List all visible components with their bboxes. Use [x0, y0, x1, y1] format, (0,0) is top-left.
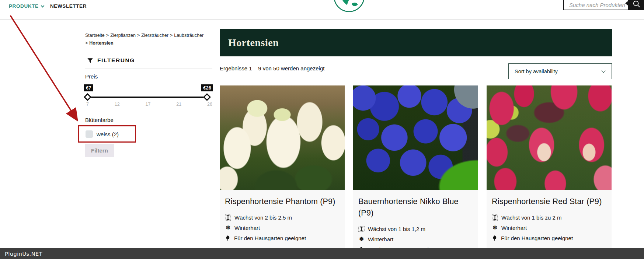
divider	[85, 113, 212, 113]
weiss-checkbox[interactable]	[86, 130, 93, 138]
top-navigation-bar: PRODUKTE NEWSLETTER	[0, 0, 644, 20]
hardy-text: Winterhart	[501, 225, 527, 231]
breadcrumb: Startseite>Zierpflanzen>Ziersträucher>La…	[85, 32, 225, 47]
garden-icon	[225, 235, 231, 241]
snowflake-icon: ❄	[492, 224, 498, 231]
page-title: Hortensien	[228, 37, 279, 49]
divider	[85, 69, 212, 69]
breadcrumb-current: Hortensien	[89, 41, 113, 46]
height-text: Wächst von 1 bis zu 2 m	[501, 214, 561, 221]
slider-track[interactable]	[88, 97, 208, 98]
weiss-checkbox-label[interactable]: weiss (2)	[97, 131, 119, 137]
nav-item-newsletter[interactable]: NEWSLETTER	[50, 3, 87, 9]
breadcrumb-separator: >	[170, 33, 173, 38]
breadcrumb-separator: >	[85, 41, 88, 46]
breadcrumb-startseite[interactable]: Startseite	[85, 33, 105, 38]
nav-newsletter-label: NEWSLETTER	[50, 3, 87, 9]
category-banner: Hortensien	[220, 29, 612, 56]
page: PRODUKTE NEWSLETTER	[0, 0, 644, 259]
tick-label: 12	[115, 102, 120, 107]
chevron-down-icon	[41, 4, 44, 7]
funnel-icon	[87, 57, 93, 64]
product-image-red-star[interactable]	[487, 85, 612, 190]
color-filter-label: Blütenfarbe	[85, 117, 114, 123]
detail-row-hardy: ❄ Winterhart	[492, 223, 606, 233]
sort-dropdown-value: Sort by availability	[515, 69, 558, 74]
globe-icon	[333, 0, 365, 13]
breadcrumb-separator: >	[106, 33, 109, 38]
price-filter-label: Preis	[85, 73, 98, 80]
slider-handle-max[interactable]	[203, 93, 211, 101]
product-card-phantom[interactable]: Rispenhortensie Phantom (P9) Wächst von …	[220, 85, 345, 259]
detail-row-height: Wächst von 1 bis 1,2 m	[358, 224, 473, 234]
chevron-down-icon	[601, 69, 605, 73]
breadcrumb-separator: >	[137, 33, 140, 38]
color-option-weiss: weiss (2)	[86, 130, 119, 138]
height-icon	[358, 226, 365, 232]
filter-submit-button[interactable]: Filtern	[85, 144, 114, 157]
breadcrumb-laubstraeucher[interactable]: Laubsträucher	[174, 33, 203, 38]
extra-text: Für den Hausgarten geeignet	[501, 235, 573, 241]
price-range-slider: €7 €26 7 12 17 21 26	[85, 84, 212, 108]
search-input[interactable]	[563, 0, 629, 10]
extra-text: Für den Hausgarten geeignet	[234, 235, 306, 241]
sort-dropdown[interactable]: Sort by availability	[508, 63, 612, 79]
filter-section-header: FILTERUNG	[87, 57, 135, 64]
filter-title: FILTERUNG	[97, 57, 135, 64]
breadcrumb-zierstraeucher[interactable]: Ziersträucher	[141, 33, 168, 38]
garden-icon	[492, 235, 498, 241]
results-count-text: Ergebnisse 1 – 9 von 50 werden angezeigt	[220, 65, 324, 71]
slider-tick-labels: 7 12 17 21 26	[86, 102, 212, 107]
tick-label: 26	[207, 102, 212, 107]
detail-row-hardy: ❄ Winterhart	[358, 234, 473, 244]
nav-produkte-label: PRODUKTE	[9, 3, 39, 9]
detail-row-height: Wächst von 2 bis 2,5 m	[225, 212, 340, 223]
snowflake-icon: ❄	[225, 224, 231, 231]
tick-label: 17	[146, 102, 151, 107]
watermark-text: PluginUs.NET	[5, 251, 42, 257]
product-card-nikko-blue[interactable]: Bauernhortensie Nikko Blue (P9) Wächst v…	[353, 85, 478, 259]
snowflake-icon: ❄	[358, 236, 365, 242]
product-title[interactable]: Bauernhortensie Nikko Blue (P9)	[358, 196, 473, 219]
product-title[interactable]: Rispenhortensie Red Star (P9)	[492, 196, 606, 207]
height-icon	[225, 214, 231, 221]
breadcrumb-zierpflanzen[interactable]: Zierpflanzen	[110, 33, 136, 38]
product-image-nikko-blue[interactable]	[353, 85, 478, 190]
detail-row-hardy: ❄ Winterhart	[225, 223, 340, 233]
tick-label: 7	[86, 102, 89, 107]
product-details: Wächst von 1 bis zu 2 m ❄ Winterhart Für…	[492, 212, 606, 243]
detail-row-extra: Für den Hausgarten geeignet	[225, 233, 340, 243]
product-details: Wächst von 2 bis 2,5 m ❄ Winterhart Für …	[225, 212, 340, 243]
watermark-bar: PluginUs.NET	[0, 248, 644, 259]
height-text: Wächst von 1 bis 1,2 m	[368, 226, 425, 232]
hardy-text: Winterhart	[234, 225, 260, 231]
product-card-red-star[interactable]: Rispenhortensie Red Star (P9) Wächst von…	[487, 85, 612, 259]
shop-logo[interactable]	[333, 0, 365, 13]
price-min-badge: €7	[84, 84, 93, 91]
tick-label: 21	[176, 102, 181, 107]
search-icon	[633, 0, 641, 8]
detail-row-extra: Für den Hausgarten geeignet	[492, 233, 606, 243]
price-max-badge: €26	[201, 84, 213, 91]
nav-item-produkte[interactable]: PRODUKTE	[9, 3, 44, 9]
hardy-text: Winterhart	[368, 236, 393, 242]
height-icon	[492, 214, 498, 221]
search-pointer-triangle	[625, 0, 629, 7]
detail-row-height: Wächst von 1 bis zu 2 m	[492, 212, 606, 223]
product-title[interactable]: Rispenhortensie Phantom (P9)	[225, 196, 340, 207]
search-button[interactable]	[629, 0, 644, 10]
search-bar	[563, 0, 644, 10]
height-text: Wächst von 2 bis 2,5 m	[234, 214, 292, 221]
slider-handle-min[interactable]	[84, 93, 91, 101]
product-image-phantom[interactable]	[220, 85, 345, 190]
